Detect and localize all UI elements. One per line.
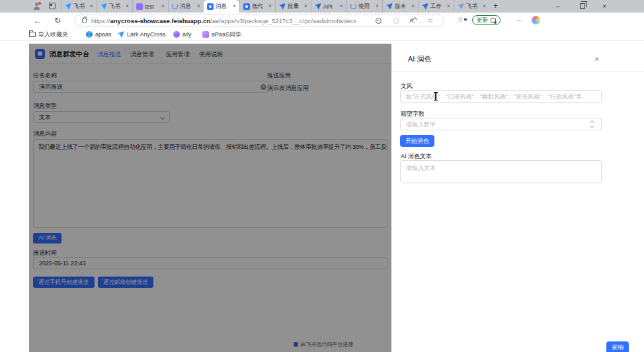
tab-close-icon[interactable]: × bbox=[126, 3, 129, 9]
push-time-input[interactable] bbox=[33, 257, 387, 269]
polish-result-textarea[interactable] bbox=[400, 160, 602, 183]
update-browser-button[interactable]: 更新 bbox=[472, 15, 501, 25]
text-cursor-icon bbox=[435, 92, 436, 101]
aily-logo-icon bbox=[173, 31, 180, 38]
create-by-email-button[interactable]: 通过邮箱创建推送 bbox=[98, 277, 153, 288]
tab-label: 版本 bbox=[395, 3, 406, 11]
tab-label: test bbox=[145, 3, 154, 10]
browser-tab-active[interactable]: 消息× bbox=[204, 0, 239, 13]
minimize-button[interactable]: – bbox=[556, 1, 560, 11]
nav-message-push[interactable]: 消息推送 bbox=[97, 50, 121, 59]
browser-tab[interactable]: 飞书× bbox=[61, 0, 97, 13]
apaas-logo-icon bbox=[202, 31, 209, 38]
tab-close-icon[interactable]: × bbox=[90, 3, 93, 9]
tab-close-icon[interactable]: × bbox=[447, 3, 450, 9]
browser-tab[interactable]: 飞书× bbox=[454, 0, 489, 13]
message-content-textarea[interactable] bbox=[33, 139, 387, 228]
app-logo-icon bbox=[243, 3, 250, 10]
feishu-logo-icon bbox=[101, 3, 107, 10]
platform-footer: 由飞书低代码平台搭建 bbox=[267, 341, 380, 348]
nav-app-manage[interactable]: 应用管理 bbox=[166, 50, 190, 59]
drawer-title: AI 润色 bbox=[408, 54, 431, 64]
browser-tab[interactable]: 低代× bbox=[239, 0, 275, 13]
bookmark-label: aily bbox=[182, 31, 192, 38]
ai-polish-drawer: AI 润色 × 文风 期望字数 开始润色 AI 润色文本 采纳 bbox=[391, 41, 644, 352]
app-logo-icon bbox=[35, 49, 45, 59]
tab-close-icon[interactable]: × bbox=[197, 3, 200, 9]
zoom-out-icon[interactable] bbox=[376, 18, 382, 24]
translate-icon[interactable] bbox=[393, 18, 399, 24]
browser-tab[interactable]: API× bbox=[311, 0, 346, 13]
browser-tab[interactable]: 使用× bbox=[346, 0, 382, 13]
tab-close-icon[interactable]: × bbox=[268, 3, 272, 9]
clear-input-icon[interactable] bbox=[261, 84, 266, 90]
app-title: 消息群发中台 bbox=[50, 50, 89, 59]
import-favorites-button[interactable]: 导入收藏夹 bbox=[29, 30, 68, 39]
nav-usage-guide[interactable]: 使用说明 bbox=[199, 50, 223, 59]
bookmark-label: 导入收藏夹 bbox=[38, 30, 68, 39]
app-header: 消息群发中台 消息推送 消息管理 应用管理 使用说明 bbox=[29, 44, 391, 64]
browser-tab[interactable]: 消息× bbox=[168, 0, 204, 13]
tab-close-icon[interactable]: × bbox=[411, 3, 415, 9]
start-polish-button[interactable]: 开始润色 bbox=[400, 135, 434, 147]
anycross-logo-icon bbox=[315, 3, 321, 10]
style-input[interactable] bbox=[400, 90, 602, 103]
update-badge-icon bbox=[491, 18, 496, 23]
bookmark-lark-anycross[interactable]: Lark AnyCross bbox=[118, 30, 166, 39]
copilot-icon[interactable] bbox=[532, 16, 540, 24]
task-name-input[interactable] bbox=[33, 81, 268, 93]
close-window-button[interactable]: × bbox=[602, 1, 606, 11]
bookmark-apaas[interactable]: apaas bbox=[86, 30, 112, 39]
loading-spinner-icon bbox=[172, 3, 178, 9]
accept-button[interactable]: 采纳 bbox=[606, 341, 629, 352]
lock-icon bbox=[82, 19, 87, 22]
favorites-list-icon[interactable]: ☆ bbox=[458, 17, 463, 23]
anycross-logo-icon bbox=[279, 3, 286, 10]
main-app-dimmed: 消息群发中台 消息推送 消息管理 应用管理 使用说明 任务名称 推送应用 演示发… bbox=[29, 44, 391, 352]
page-content: 消息群发中台 消息推送 消息管理 应用管理 使用说明 任务名称 推送应用 演示发… bbox=[0, 41, 644, 352]
tab-close-icon[interactable]: × bbox=[161, 3, 165, 9]
number-stepper-icon[interactable] bbox=[590, 120, 595, 128]
app-logo-icon bbox=[207, 3, 214, 10]
tab-label: 消息 bbox=[180, 3, 191, 11]
browser-tab[interactable]: 版本× bbox=[382, 0, 418, 13]
tab-actions-icon[interactable] bbox=[49, 3, 56, 9]
address-bar[interactable]: https://anycross-showcase.feishuapp.cn/a… bbox=[74, 15, 444, 26]
read-aloud-icon[interactable]: A bbox=[409, 17, 414, 24]
word-count-input[interactable] bbox=[400, 118, 602, 130]
tab-close-icon[interactable]: × bbox=[340, 3, 343, 9]
new-tab-button[interactable]: + bbox=[493, 1, 498, 11]
create-by-phone-button[interactable]: 通过手机号创建推送 bbox=[33, 277, 95, 288]
close-drawer-icon[interactable]: × bbox=[595, 55, 599, 63]
task-name-label: 任务名称 bbox=[33, 71, 57, 80]
message-type-select[interactable]: 文本 bbox=[33, 111, 170, 123]
lark-logo-icon bbox=[118, 31, 124, 38]
browser-tab[interactable]: 飞书× bbox=[97, 0, 132, 13]
tab-label: 低代 bbox=[252, 3, 263, 11]
more-menu-icon[interactable]: … bbox=[516, 15, 524, 22]
tab-label: 批量 bbox=[288, 3, 299, 11]
browser-tab[interactable]: 工作× bbox=[418, 0, 454, 13]
browser-tab[interactable]: 批量× bbox=[275, 0, 311, 13]
back-button[interactable]: ← bbox=[34, 15, 42, 26]
tab-close-icon[interactable]: × bbox=[376, 3, 379, 9]
import-folder-icon bbox=[29, 32, 36, 37]
tab-label: 工作 bbox=[430, 3, 442, 11]
tab-close-icon[interactable]: × bbox=[483, 3, 486, 9]
tab-strip: 飞书× 飞书× test× 消息× 消息× 低代× 批量× API× 使用× 版… bbox=[0, 0, 644, 13]
browser-tab[interactable]: test× bbox=[132, 0, 168, 13]
bookmark-aily[interactable]: aily bbox=[173, 30, 192, 39]
tab-close-icon[interactable]: × bbox=[233, 3, 236, 9]
bookmark-apaas-tongxue[interactable]: aPaaS同学 bbox=[202, 30, 241, 39]
ai-polish-button[interactable]: AI 润色 bbox=[33, 233, 61, 243]
refresh-button[interactable]: ↻ bbox=[54, 15, 61, 26]
platform-footer-text: 由飞书低代码平台搭建 bbox=[301, 341, 354, 348]
tab-close-icon[interactable]: × bbox=[304, 3, 307, 9]
nav-message-manage[interactable]: 消息管理 bbox=[130, 50, 154, 59]
restore-window-button[interactable] bbox=[580, 3, 585, 9]
notification-dot-icon bbox=[38, 2, 41, 5]
push-app-label: 推送应用 bbox=[267, 71, 291, 80]
favorite-star-icon[interactable]: ☆ bbox=[427, 17, 433, 24]
browser-window: 飞书× 飞书× test× 消息× 消息× 低代× 批量× API× 使用× 版… bbox=[0, 0, 644, 352]
profile-icon[interactable] bbox=[32, 2, 41, 11]
